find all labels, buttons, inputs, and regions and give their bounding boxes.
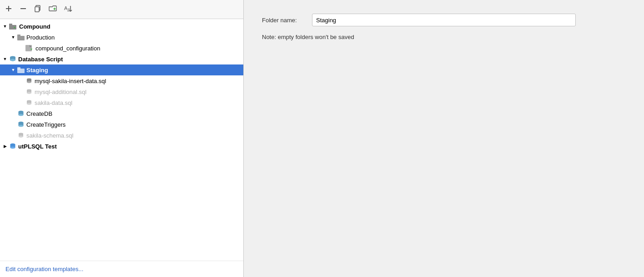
- svg-rect-14: [17, 35, 20, 37]
- database-script-label: Database Script: [18, 56, 63, 63]
- copy-button[interactable]: [33, 4, 43, 15]
- tree-item-sakila-data[interactable]: sakila-data.sql: [0, 97, 243, 108]
- edit-config-link[interactable]: Edit configuration templates...: [0, 261, 243, 277]
- chevron-compound: [2, 23, 8, 30]
- folder-name-label: Folder name:: [262, 17, 303, 24]
- svg-rect-21: [17, 67, 20, 69]
- toolbar: A Z: [0, 0, 243, 19]
- svg-rect-1: [6, 8, 11, 9]
- mysql-additional-label: mysql-additional.sql: [35, 89, 86, 95]
- sql-icon-4: [17, 132, 25, 139]
- tree-item-database-script[interactable]: Database Script: [0, 54, 243, 64]
- svg-rect-4: [35, 7, 39, 12]
- db-createtriggers-icon: [17, 121, 25, 128]
- tree-item-mysql-additional[interactable]: mysql-additional.sql: [0, 86, 243, 97]
- tree-item-createdb[interactable]: CreateDB: [0, 108, 243, 119]
- svg-rect-2: [20, 8, 26, 9]
- db-createdb-icon: [17, 110, 25, 117]
- compound-config-label: compound_configuration: [35, 45, 100, 52]
- folder-grey-icon: [17, 34, 25, 40]
- svg-point-23: [27, 81, 31, 83]
- tree-item-mysql-sakila[interactable]: mysql-sakila-insert-data.sql: [0, 75, 243, 86]
- tree-container: Compound Production com: [0, 19, 243, 261]
- utplsql-icon: [9, 143, 16, 150]
- utplsql-label: utPLSQL Test: [18, 143, 57, 150]
- tree-item-staging[interactable]: Staging: [0, 64, 243, 75]
- tree-item-utplsql[interactable]: utPLSQL Test: [0, 141, 243, 152]
- edit-config-label: Edit configuration templates...: [5, 266, 83, 272]
- sort-button[interactable]: A Z: [63, 4, 74, 15]
- right-panel: Folder name: Note: empty folders won't b…: [244, 0, 644, 277]
- file-green-icon: [25, 45, 34, 52]
- db-script-icon: [9, 55, 16, 63]
- add-folder-button[interactable]: [47, 4, 58, 15]
- sql-icon-2: [25, 88, 33, 95]
- chevron-utplsql: [2, 143, 8, 149]
- folder-name-input[interactable]: [312, 14, 576, 26]
- svg-point-29: [19, 114, 24, 116]
- staging-label: Staging: [26, 67, 48, 74]
- svg-point-31: [19, 125, 24, 127]
- tree-item-createtriggers[interactable]: CreateTriggers: [0, 119, 243, 130]
- svg-rect-11: [9, 24, 12, 26]
- left-panel: A Z Compound: [0, 0, 244, 277]
- production-label: Production: [26, 34, 55, 41]
- svg-rect-15: [25, 45, 32, 51]
- sakila-schema-label: sakila-schema.sql: [26, 132, 73, 139]
- tree-item-sakila-schema[interactable]: sakila-schema.sql: [0, 130, 243, 141]
- svg-point-25: [27, 92, 31, 94]
- folder-staging-icon: [17, 67, 25, 73]
- tree-item-production[interactable]: Production: [0, 32, 243, 43]
- sql-icon-3: [25, 99, 33, 106]
- form-note: Note: empty folders won't be saved: [262, 34, 626, 40]
- createtriggers-label: CreateTriggers: [26, 121, 65, 128]
- sakila-data-label: sakila-data.sql: [35, 99, 72, 106]
- createdb-label: CreateDB: [26, 110, 52, 117]
- svg-point-27: [27, 103, 31, 105]
- svg-point-35: [10, 147, 15, 148]
- chevron-db-script: [2, 56, 8, 62]
- svg-point-33: [19, 136, 23, 138]
- svg-point-19: [10, 59, 15, 61]
- remove-button[interactable]: [18, 4, 28, 15]
- sql-icon-1: [25, 77, 33, 84]
- folder-name-row: Folder name:: [262, 14, 626, 26]
- svg-text:Z: Z: [67, 8, 70, 12]
- mysql-sakila-label: mysql-sakila-insert-data.sql: [35, 78, 106, 84]
- folder-green-icon: [9, 23, 17, 30]
- add-button[interactable]: [4, 4, 14, 15]
- compound-label: Compound: [19, 23, 50, 30]
- tree-item-compound[interactable]: Compound: [0, 21, 243, 32]
- chevron-staging: [10, 67, 16, 73]
- chevron-production: [10, 34, 16, 40]
- tree-item-compound-config[interactable]: compound_configuration: [0, 43, 243, 54]
